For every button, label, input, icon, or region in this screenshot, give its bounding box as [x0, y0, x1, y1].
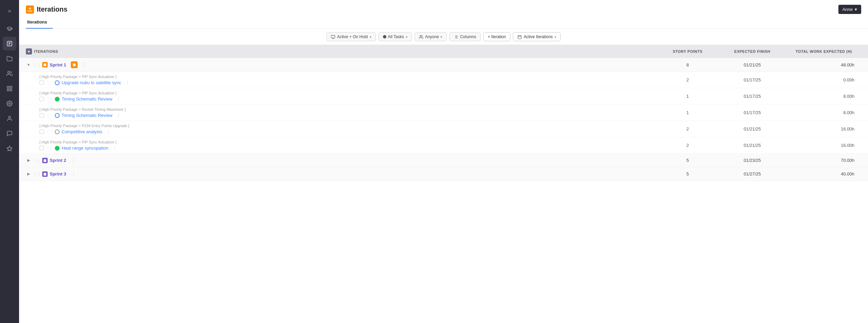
- iterations-icon[interactable]: [3, 37, 16, 50]
- task2-more-button[interactable]: ⋮: [116, 96, 121, 102]
- task1-more-button[interactable]: ⋮: [125, 80, 130, 85]
- active-iterations-caret: ▾: [554, 35, 556, 39]
- team-icon[interactable]: [3, 67, 16, 80]
- task5-expected-finish: 01/21/25: [718, 143, 786, 148]
- task1-total-work: 0.00h: [786, 77, 861, 82]
- sprint3-story-points: 5: [657, 171, 718, 176]
- user-menu-button[interactable]: Anne ▾: [838, 5, 861, 14]
- task3-checkbox[interactable]: [39, 113, 44, 118]
- svg-rect-22: [44, 64, 46, 66]
- task4-checkbox[interactable]: [39, 129, 44, 134]
- task2-drag-handle[interactable]: ⋮⋮: [46, 97, 53, 102]
- sprint3-drag-handle[interactable]: ⋮⋮: [33, 172, 40, 176]
- task1-name[interactable]: Upgrade nubu to satellite sync: [62, 80, 121, 85]
- col-header-total-work: Total Work Expected (h): [786, 49, 861, 53]
- active-iterations-button[interactable]: Active Iterations ▾: [513, 32, 560, 41]
- task4-name[interactable]: Competitive analysis: [62, 129, 102, 134]
- sprint1-name[interactable]: Sprint 1: [50, 62, 66, 67]
- graduation-icon[interactable]: [3, 22, 16, 35]
- table-row: [ High Priority Package > PIP Sync Actua…: [19, 88, 868, 105]
- task5-drag-handle[interactable]: ⋮⋮: [46, 146, 53, 151]
- task2-status-icon: [55, 97, 60, 102]
- task3-total-work: 8.00h: [786, 110, 861, 115]
- task3-status-icon: [55, 113, 60, 118]
- task3-story-points: 1: [657, 110, 718, 115]
- task1-story-points: 2: [657, 77, 718, 82]
- task1-checkbox[interactable]: [39, 80, 44, 85]
- sprint3-icon: [42, 171, 48, 177]
- task1-drag-handle[interactable]: ⋮⋮: [46, 80, 53, 85]
- sprint2-expand-button[interactable]: ▶: [26, 158, 31, 163]
- task4-status-icon: [55, 129, 60, 134]
- star-icon[interactable]: [3, 142, 16, 155]
- sprint2-icon: [42, 158, 48, 163]
- add-iteration-button[interactable]: + Iteration: [483, 32, 511, 41]
- tab-bar: Iterations: [26, 17, 861, 29]
- filter-tasks-button[interactable]: All Tasks ▾: [379, 32, 412, 41]
- task3-name[interactable]: Timing Schematic Review: [62, 113, 112, 118]
- sprint2-more-button[interactable]: ⋮: [71, 157, 76, 164]
- user-caret-icon: ▾: [855, 7, 857, 12]
- sprint1-collapse-button[interactable]: ▼: [26, 62, 31, 67]
- sprint2-drag-handle[interactable]: ⋮⋮: [33, 158, 40, 163]
- sidebar: »: [0, 0, 19, 323]
- folder-icon[interactable]: [3, 52, 16, 65]
- filter-assignee-button[interactable]: Anyone ▾: [415, 32, 447, 41]
- sprint1-drag-handle[interactable]: ⋮⋮: [33, 62, 40, 67]
- task3-drag-handle[interactable]: ⋮⋮: [46, 113, 53, 118]
- sprint1-total-work: 48.00h: [786, 62, 861, 67]
- sprint1-more-button[interactable]: ⋮: [81, 62, 86, 68]
- chat-icon[interactable]: [3, 127, 16, 140]
- sprint2-name[interactable]: Sprint 2: [50, 158, 66, 163]
- task2-expected-finish: 01/17/25: [718, 94, 786, 99]
- sprint3-name-cell: ▶ ⋮⋮ Sprint 3 ⋮: [26, 171, 657, 177]
- sprint2-total-work: 70.00h: [786, 158, 861, 163]
- person-icon[interactable]: [3, 112, 16, 125]
- svg-rect-5: [10, 89, 12, 91]
- sprint3-more-button[interactable]: ⋮: [71, 171, 76, 177]
- apps-icon[interactable]: [3, 82, 16, 95]
- task5-checkbox[interactable]: [39, 146, 44, 150]
- task2-checkbox[interactable]: [39, 97, 44, 101]
- svg-rect-2: [7, 86, 9, 88]
- task5-name[interactable]: Heat range syncopation: [62, 145, 108, 151]
- task5-story-points: 2: [657, 143, 718, 148]
- table-row: [ High Priority Package > PIP Sync Actua…: [19, 137, 868, 154]
- sprint1-expected-finish: 01/21/25: [718, 62, 786, 67]
- settings-icon[interactable]: [3, 97, 16, 110]
- collapse-all-button[interactable]: ▼: [26, 48, 32, 55]
- task2-story-points: 1: [657, 94, 718, 99]
- task1-status-icon: [55, 80, 60, 85]
- sprint1-icon: [42, 62, 48, 67]
- sprint3-expand-button[interactable]: ▶: [26, 171, 31, 177]
- sprint3-total-work: 40.00h: [786, 171, 861, 176]
- sprint3-name[interactable]: Sprint 3: [50, 171, 66, 176]
- task5-total-work: 16.00h: [786, 143, 861, 148]
- task2-name-cell: [ High Priority Package > PIP Sync Actua…: [39, 91, 657, 102]
- task4-name-cell: [ High Priority Package > P234 Entry Poi…: [39, 124, 657, 134]
- task4-drag-handle[interactable]: ⋮⋮: [46, 129, 53, 134]
- filter-status-button[interactable]: Active + On Hold ▾: [326, 32, 375, 41]
- columns-button[interactable]: Columns: [449, 32, 480, 41]
- task4-more-button[interactable]: ⋮: [106, 129, 111, 134]
- svg-rect-3: [10, 86, 12, 88]
- page-title: Iterations: [26, 5, 67, 14]
- collapse-sidebar-button[interactable]: »: [3, 4, 16, 18]
- page-header: Iterations Anne ▾ Iterations: [19, 0, 868, 29]
- toolbar: Active + On Hold ▾ All Tasks ▾ Anyone ▾ …: [19, 29, 868, 45]
- tasks-dot-icon: [383, 35, 386, 39]
- task2-name[interactable]: Timing Schematic Review: [62, 96, 112, 102]
- task3-more-button[interactable]: ⋮: [116, 113, 121, 118]
- col-header-story-points: Story Points: [657, 49, 718, 53]
- page-title-text: Iterations: [37, 5, 67, 13]
- sprint2-story-points: 5: [657, 158, 718, 163]
- col-header-iterations: ▼ ITERATIONS: [26, 48, 657, 55]
- task1-expected-finish: 01/17/25: [718, 77, 786, 82]
- main-content: Iterations Anne ▾ Iterations Active + On…: [19, 0, 868, 323]
- sprint1-story-points: 8: [657, 62, 718, 67]
- task5-more-button[interactable]: ⋮: [112, 145, 117, 151]
- sprint3-expected-finish: 01/27/25: [718, 171, 786, 176]
- svg-rect-25: [44, 173, 46, 175]
- tab-iterations[interactable]: Iterations: [26, 17, 53, 29]
- svg-point-7: [9, 116, 11, 118]
